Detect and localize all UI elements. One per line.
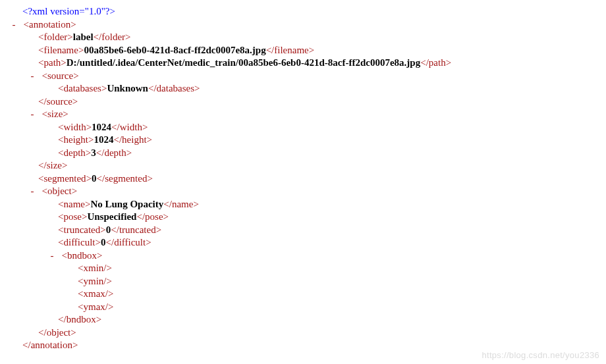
object-close: </object> [5,326,606,340]
object-open[interactable]: - <object> [5,185,606,198]
folder-element: <folder>label</folder> [5,31,606,44]
collapse-icon[interactable]: - [28,108,37,121]
xml-declaration: <?xml version="1.0"?> [5,5,606,18]
pose-element: <pose>Unspecified</pose> [5,211,606,224]
collapse-icon[interactable]: - [28,185,37,198]
collapse-icon[interactable]: - [9,18,18,32]
truncated-element: <truncated>0</truncated> [5,224,606,237]
width-element: <width>1024</width> [5,121,606,134]
source-open[interactable]: - <source> [5,70,606,83]
name-element: <name>No Lung Opacity</name> [5,198,606,211]
bndbox-close: </bndbox> [5,313,606,326]
bndbox-open[interactable]: - <bndbox> [5,249,606,263]
databases-element: <databases>Unknown</databases> [5,82,606,95]
filename-element: <filename>00a85be6-6eb0-421d-8acf-ff2dc0… [5,44,606,57]
watermark: https://blog.csdn.net/you2336 [482,350,599,360]
source-close: </source> [5,95,606,109]
difficult-element: <difficult>0</difficult> [5,236,606,249]
ymax-element: <ymax/> [5,301,606,314]
xmax-element: <xmax/> [5,288,606,301]
height-element: <height>1024</height> [5,134,606,147]
path-element: <path>D:/untitled/.idea/CenterNet/medic_… [5,57,606,70]
ymin-element: <ymin/> [5,275,606,288]
segmented-element: <segmented>0</segmented> [5,172,606,186]
collapse-icon[interactable]: - [28,70,37,83]
collapse-icon[interactable]: - [47,249,57,263]
annotation-open[interactable]: - <annotation> [5,18,606,32]
xmin-element: <xmin/> [5,262,606,275]
size-close: </size> [5,159,606,172]
size-open[interactable]: - <size> [5,108,606,121]
depth-element: <depth>3</depth> [5,147,606,160]
